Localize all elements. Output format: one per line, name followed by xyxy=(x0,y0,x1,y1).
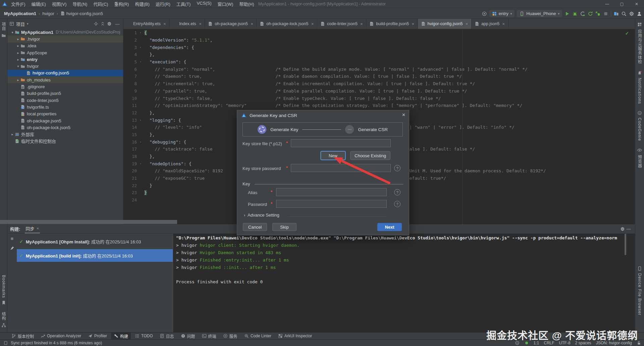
close-tab-icon[interactable]: ✕ xyxy=(199,22,202,26)
right-top-stripe-item-2[interactable]: GCodeGenie xyxy=(635,107,644,145)
tree-item-MyApplication1[interactable]: ▾MyApplication1D:\Users\Admin\DevEcoStud… xyxy=(7,29,123,36)
build-settings-icon[interactable] xyxy=(620,227,625,231)
close-tab-icon[interactable]: ✕ xyxy=(163,22,166,26)
editor-tab-Index.ets[interactable]: Index.ets✕ xyxy=(169,19,205,29)
menu-item-3[interactable]: 导航(N) xyxy=(69,0,90,8)
breadcrumb-item-1[interactable]: hvigor xyxy=(42,11,54,16)
editor-tab-build-profile.json5[interactable]: {}build-profile.json5✕ xyxy=(366,19,418,29)
build-task-row-1[interactable]: ✓MyApplication1 [build init]: 成功的 在2025/… xyxy=(17,249,173,262)
cancel-button[interactable]: Cancel xyxy=(243,223,267,231)
stop-button[interactable] xyxy=(603,11,608,16)
close-tab-icon[interactable]: ✕ xyxy=(36,227,39,230)
alias-input[interactable] xyxy=(276,188,387,196)
help-icon[interactable]: ? xyxy=(394,189,400,195)
menu-item-0[interactable]: 文件(F) xyxy=(8,0,29,8)
build-task-row-0[interactable]: ✓MyApplication1 [Ohpm Install]: 成功的 在202… xyxy=(17,235,173,248)
status-message[interactable]: Sync project finished in 4 s 888 ms (6 m… xyxy=(11,341,102,345)
tree-item-临时文件和控制台[interactable]: 临时文件和控制台 xyxy=(7,138,123,145)
tree-item-entry[interactable]: ▸entry xyxy=(7,56,123,63)
left-bottom-stripe-item-0[interactable]: Bookmarks xyxy=(0,272,7,308)
editor-tab-EntryAbility.ets[interactable]: EntryAbility.ets✕ xyxy=(123,19,169,29)
tool-window-button-6[interactable]: 问题 xyxy=(178,333,198,339)
restart-button[interactable] xyxy=(588,11,593,16)
menu-item-10[interactable]: 窗口(W) xyxy=(215,0,236,8)
build-console[interactable]: "D:\Program Files\Huawei\DevEco Studio\t… xyxy=(173,234,635,332)
splitter-bar[interactable] xyxy=(0,220,177,224)
tree-item-hvigor-config.json5[interactable]: {}hvigor-config.json5 xyxy=(7,70,123,76)
device-selector[interactable]: Huawei_Phone ▾ xyxy=(517,10,562,17)
right-top-stripe-item-3[interactable]: 预览器 xyxy=(635,145,644,171)
tool-window-button-5[interactable]: 日志 xyxy=(157,333,177,339)
next-button[interactable]: Next xyxy=(377,223,402,231)
tool-window-button-9[interactable]: Code Linter xyxy=(241,333,274,339)
tree-item-hvigor[interactable]: ▾hvigor xyxy=(7,63,123,69)
run-button[interactable] xyxy=(565,11,570,16)
run-config-gear-icon[interactable] xyxy=(482,11,487,16)
tree-item-AppScope[interactable]: ▸AppScope xyxy=(7,49,123,56)
editor-tab-oh-package.json5[interactable]: {}oh-package.json5✕ xyxy=(205,19,257,29)
left-bottom-stripe-item-1[interactable]: 结构 xyxy=(0,308,7,331)
breadcrumb-item-2[interactable]: hvigor-config.json5 xyxy=(66,11,103,16)
right-top-stripe-item-1[interactable]: Notifications xyxy=(635,67,644,107)
tree-item-code-linter.json5[interactable]: {}code-linter.json5 xyxy=(7,97,123,104)
skip-button[interactable]: Skip xyxy=(272,223,297,231)
right-top-stripe-item-0[interactable]: 应用与元服务体检 xyxy=(635,19,644,67)
menu-item-9[interactable]: VCS(S) xyxy=(194,0,214,8)
filter-icon[interactable] xyxy=(10,236,14,241)
editor-tab-app.json5[interactable]: {}app.json5✕ xyxy=(472,19,508,29)
inspection-ok-icon[interactable]: ✓ xyxy=(625,31,629,36)
close-tab-icon[interactable]: ✕ xyxy=(311,22,314,26)
tree-item-local.properties[interactable]: local.properties xyxy=(7,111,123,117)
left-top-stripe-item-0[interactable]: 项目 xyxy=(0,19,7,41)
collapse-all-icon[interactable] xyxy=(100,21,105,26)
attach-debugger-button[interactable] xyxy=(595,11,601,16)
device-manager-button[interactable] xyxy=(613,11,619,16)
tree-item-oh-package-lock.json5[interactable]: {}oh-package-lock.json5 xyxy=(7,124,123,131)
editor-tab-oh-package-lock.json5[interactable]: {}oh-package-lock.json5✕ xyxy=(257,19,317,29)
advance-setting-toggle[interactable]: ›Advance Setting xyxy=(244,213,279,218)
close-button[interactable]: ✕ xyxy=(629,0,644,8)
close-tab-icon[interactable]: ✕ xyxy=(466,22,468,26)
right-bottom-stripe-item-0[interactable]: Device File Browser xyxy=(635,263,644,319)
hide-build-panel-icon[interactable]: — xyxy=(625,226,632,231)
tool-window-button-0[interactable]: 版本控制 xyxy=(9,333,37,339)
panel-settings-icon[interactable] xyxy=(107,21,112,26)
key-store-file-input[interactable] xyxy=(291,139,391,147)
close-tab-icon[interactable]: ✕ xyxy=(251,22,253,26)
pin-icon[interactable] xyxy=(10,246,14,250)
menu-item-6[interactable]: 构建(B) xyxy=(132,0,152,8)
console-scrollbar[interactable] xyxy=(625,234,626,255)
maximize-button[interactable]: ▢ xyxy=(614,0,629,8)
editor-tab-code-linter.json5[interactable]: {}code-linter.json5✕ xyxy=(317,19,366,29)
tree-item-oh_modules[interactable]: ▸oh_modules xyxy=(7,76,123,83)
password-input[interactable] xyxy=(276,200,387,208)
help-icon[interactable]: ? xyxy=(394,201,400,207)
menu-item-4[interactable]: 代码(C) xyxy=(90,0,111,8)
locate-file-icon[interactable] xyxy=(94,21,98,26)
breadcrumb-item-0[interactable]: MyApplication1 xyxy=(4,11,36,16)
tree-item-hvigorfile.ts[interactable]: TShvigorfile.ts xyxy=(7,104,123,110)
editor-tab-hvigor-config.json5[interactable]: {}hvigor-config.json5✕ xyxy=(418,19,472,29)
tool-window-button-4[interactable]: TODO xyxy=(132,333,155,339)
project-panel-title[interactable]: 项目 xyxy=(16,21,25,27)
profile-button[interactable] xyxy=(637,11,642,16)
debug-button[interactable] xyxy=(572,11,578,16)
profiler-button[interactable] xyxy=(580,11,585,16)
tool-window-button-2[interactable]: Profiler xyxy=(85,333,110,339)
settings-button[interactable] xyxy=(629,11,634,16)
close-tab-icon[interactable]: ✕ xyxy=(360,22,363,26)
tool-window-button-7[interactable]: 终端 xyxy=(199,333,219,339)
tool-window-button-10[interactable]: ArkUI Inspector xyxy=(275,333,315,339)
tool-window-button-8[interactable]: 服务 xyxy=(220,333,240,339)
tool-window-button-3[interactable]: 构建 xyxy=(111,333,131,339)
module-selector[interactable]: entry ▾ xyxy=(489,10,515,17)
tree-item-外部库[interactable]: ▸外部库 xyxy=(7,131,123,137)
tree-item-.idea[interactable]: ▸.idea xyxy=(7,43,123,49)
tool-window-button-1[interactable]: Oper​ation Analyzer xyxy=(38,333,84,339)
menu-item-2[interactable]: 视图(V) xyxy=(49,0,69,8)
search-button[interactable] xyxy=(621,11,627,16)
minimize-button[interactable]: — xyxy=(600,0,614,8)
tree-item-.hvigor[interactable]: ▸.hvigor xyxy=(7,36,123,42)
menu-item-7[interactable]: 运行(R) xyxy=(153,0,173,8)
tree-item-build-profile.json5[interactable]: {}build-profile.json5 xyxy=(7,90,123,97)
